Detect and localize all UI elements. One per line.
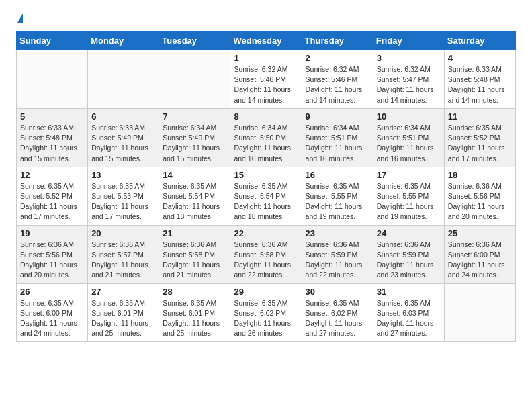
calendar-cell — [88, 50, 159, 109]
calendar-cell: 17Sunrise: 6:35 AMSunset: 5:55 PMDayligh… — [373, 167, 444, 225]
calendar: SundayMondayTuesdayWednesdayThursdayFrid… — [16, 31, 516, 342]
calendar-cell: 29Sunrise: 6:35 AMSunset: 6:02 PMDayligh… — [230, 283, 302, 342]
day-info: Sunrise: 6:35 AMSunset: 6:01 PMDaylight:… — [163, 298, 226, 339]
day-number: 10 — [377, 111, 441, 122]
day-info: Sunrise: 6:35 AMSunset: 6:03 PMDaylight:… — [377, 298, 441, 339]
calendar-cell: 25Sunrise: 6:36 AMSunset: 6:00 PMDayligh… — [444, 225, 515, 283]
calendar-cell: 23Sunrise: 6:36 AMSunset: 5:59 PMDayligh… — [302, 225, 373, 283]
calendar-cell: 22Sunrise: 6:36 AMSunset: 5:58 PMDayligh… — [230, 225, 302, 283]
calendar-cell: 19Sunrise: 6:36 AMSunset: 5:56 PMDayligh… — [17, 225, 88, 283]
day-number: 18 — [448, 170, 512, 180]
calendar-cell: 20Sunrise: 6:36 AMSunset: 5:57 PMDayligh… — [88, 225, 159, 283]
day-number: 5 — [20, 111, 84, 122]
calendar-cell: 5Sunrise: 6:33 AMSunset: 5:48 PMDaylight… — [17, 108, 88, 167]
calendar-cell: 10Sunrise: 6:34 AMSunset: 5:51 PMDayligh… — [373, 108, 444, 167]
calendar-cell: 28Sunrise: 6:35 AMSunset: 6:01 PMDayligh… — [159, 283, 230, 342]
weekday-header-monday: Monday — [88, 32, 159, 50]
calendar-cell: 1Sunrise: 6:32 AMSunset: 5:46 PMDaylight… — [230, 50, 302, 109]
day-info: Sunrise: 6:36 AMSunset: 5:59 PMDaylight:… — [377, 240, 441, 281]
day-number: 19 — [20, 228, 84, 238]
day-info: Sunrise: 6:34 AMSunset: 5:51 PMDaylight:… — [377, 123, 441, 164]
calendar-cell — [17, 50, 88, 109]
day-number: 13 — [91, 170, 155, 180]
calendar-cell: 13Sunrise: 6:35 AMSunset: 5:53 PMDayligh… — [88, 167, 159, 225]
day-info: Sunrise: 6:36 AMSunset: 5:57 PMDaylight:… — [91, 240, 155, 281]
day-info: Sunrise: 6:35 AMSunset: 5:55 PMDaylight:… — [306, 181, 369, 222]
calendar-cell: 27Sunrise: 6:35 AMSunset: 6:01 PMDayligh… — [88, 283, 159, 342]
calendar-week-row: 12Sunrise: 6:35 AMSunset: 5:52 PMDayligh… — [17, 167, 516, 225]
calendar-cell: 2Sunrise: 6:32 AMSunset: 5:46 PMDaylight… — [302, 50, 373, 109]
day-info: Sunrise: 6:32 AMSunset: 5:47 PMDaylight:… — [377, 64, 441, 105]
day-info: Sunrise: 6:33 AMSunset: 5:49 PMDaylight:… — [91, 123, 155, 164]
calendar-week-row: 19Sunrise: 6:36 AMSunset: 5:56 PMDayligh… — [17, 225, 516, 283]
weekday-header-saturday: Saturday — [444, 32, 515, 50]
day-number: 21 — [163, 228, 226, 238]
day-number: 15 — [234, 170, 298, 180]
weekday-header-sunday: Sunday — [17, 32, 88, 50]
calendar-cell: 11Sunrise: 6:35 AMSunset: 5:52 PMDayligh… — [444, 108, 515, 167]
day-info: Sunrise: 6:35 AMSunset: 5:54 PMDaylight:… — [234, 181, 298, 222]
weekday-header-wednesday: Wednesday — [230, 32, 302, 50]
day-info: Sunrise: 6:36 AMSunset: 5:56 PMDaylight:… — [448, 181, 512, 222]
day-info: Sunrise: 6:32 AMSunset: 5:46 PMDaylight:… — [234, 64, 298, 105]
day-number: 20 — [91, 228, 155, 238]
day-info: Sunrise: 6:32 AMSunset: 5:46 PMDaylight:… — [306, 64, 369, 105]
day-info: Sunrise: 6:35 AMSunset: 5:55 PMDaylight:… — [377, 181, 441, 222]
calendar-cell: 26Sunrise: 6:35 AMSunset: 6:00 PMDayligh… — [17, 283, 88, 342]
day-number: 3 — [377, 53, 441, 63]
calendar-cell: 6Sunrise: 6:33 AMSunset: 5:49 PMDaylight… — [88, 108, 159, 167]
day-info: Sunrise: 6:34 AMSunset: 5:50 PMDaylight:… — [234, 123, 298, 164]
day-number: 24 — [377, 228, 441, 238]
day-number: 22 — [234, 228, 298, 238]
weekday-header-tuesday: Tuesday — [159, 32, 230, 50]
calendar-cell: 31Sunrise: 6:35 AMSunset: 6:03 PMDayligh… — [373, 283, 444, 342]
day-number: 2 — [306, 53, 369, 63]
day-info: Sunrise: 6:35 AMSunset: 6:00 PMDaylight:… — [20, 298, 84, 339]
page: SundayMondayTuesdayWednesdayThursdayFrid… — [0, 0, 532, 355]
day-number: 29 — [234, 287, 298, 297]
day-number: 4 — [448, 53, 512, 63]
day-info: Sunrise: 6:35 AMSunset: 6:02 PMDaylight:… — [234, 298, 298, 339]
day-number: 6 — [91, 111, 155, 122]
weekday-header-row: SundayMondayTuesdayWednesdayThursdayFrid… — [17, 32, 516, 50]
calendar-cell: 18Sunrise: 6:36 AMSunset: 5:56 PMDayligh… — [444, 167, 515, 225]
day-info: Sunrise: 6:36 AMSunset: 5:56 PMDaylight:… — [20, 240, 84, 281]
calendar-week-row: 1Sunrise: 6:32 AMSunset: 5:46 PMDaylight… — [17, 50, 516, 109]
day-number: 9 — [306, 111, 369, 122]
day-number: 23 — [306, 228, 369, 238]
day-number: 31 — [377, 287, 441, 297]
day-number: 30 — [306, 287, 369, 297]
header — [16, 13, 516, 23]
calendar-cell: 8Sunrise: 6:34 AMSunset: 5:50 PMDaylight… — [230, 108, 302, 167]
weekday-header-thursday: Thursday — [302, 32, 373, 50]
calendar-cell: 9Sunrise: 6:34 AMSunset: 5:51 PMDaylight… — [302, 108, 373, 167]
day-info: Sunrise: 6:36 AMSunset: 5:59 PMDaylight:… — [306, 240, 369, 281]
day-info: Sunrise: 6:35 AMSunset: 5:54 PMDaylight:… — [163, 181, 226, 222]
calendar-cell: 7Sunrise: 6:34 AMSunset: 5:49 PMDaylight… — [159, 108, 230, 167]
day-info: Sunrise: 6:35 AMSunset: 5:53 PMDaylight:… — [91, 181, 155, 222]
day-number: 26 — [20, 287, 84, 297]
day-number: 27 — [91, 287, 155, 297]
calendar-cell — [444, 283, 515, 342]
day-info: Sunrise: 6:33 AMSunset: 5:48 PMDaylight:… — [20, 123, 84, 164]
day-info: Sunrise: 6:35 AMSunset: 5:52 PMDaylight:… — [448, 123, 512, 164]
day-number: 14 — [163, 170, 226, 180]
day-info: Sunrise: 6:35 AMSunset: 6:01 PMDaylight:… — [91, 298, 155, 339]
day-number: 17 — [377, 170, 441, 180]
logo — [16, 13, 23, 23]
day-info: Sunrise: 6:34 AMSunset: 5:49 PMDaylight:… — [163, 123, 226, 164]
calendar-cell — [159, 50, 230, 109]
day-info: Sunrise: 6:36 AMSunset: 5:58 PMDaylight:… — [234, 240, 298, 281]
calendar-week-row: 26Sunrise: 6:35 AMSunset: 6:00 PMDayligh… — [17, 283, 516, 342]
weekday-header-friday: Friday — [373, 32, 444, 50]
calendar-cell: 16Sunrise: 6:35 AMSunset: 5:55 PMDayligh… — [302, 167, 373, 225]
day-info: Sunrise: 6:33 AMSunset: 5:48 PMDaylight:… — [448, 64, 512, 105]
day-number: 7 — [163, 111, 226, 122]
calendar-cell: 12Sunrise: 6:35 AMSunset: 5:52 PMDayligh… — [17, 167, 88, 225]
calendar-cell: 4Sunrise: 6:33 AMSunset: 5:48 PMDaylight… — [444, 50, 515, 109]
day-number: 11 — [448, 111, 512, 122]
calendar-cell: 15Sunrise: 6:35 AMSunset: 5:54 PMDayligh… — [230, 167, 302, 225]
day-number: 8 — [234, 111, 298, 122]
day-info: Sunrise: 6:35 AMSunset: 6:02 PMDaylight:… — [306, 298, 369, 339]
day-info: Sunrise: 6:36 AMSunset: 5:58 PMDaylight:… — [163, 240, 226, 281]
